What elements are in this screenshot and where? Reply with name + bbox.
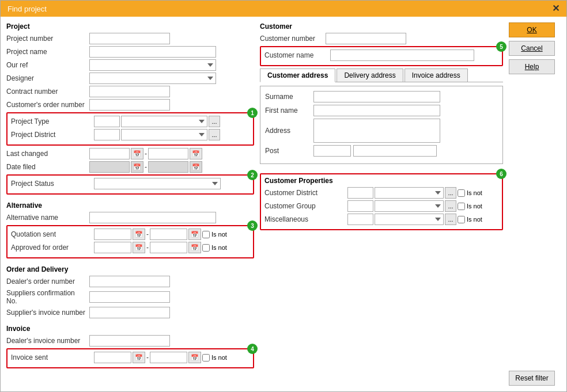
customer-group-code-input[interactable] <box>347 200 373 212</box>
customers-order-number-input[interactable] <box>89 99 170 111</box>
close-button[interactable]: ✕ <box>552 4 560 13</box>
approved-for-order-isnot-checkbox[interactable] <box>202 244 210 252</box>
date-filed-to-calendar[interactable]: 📅 <box>190 161 202 173</box>
miscellaneous-isnot-checkbox[interactable] <box>458 216 465 223</box>
contract-number-input[interactable] <box>89 86 170 97</box>
last-changed-from-calendar[interactable]: 📅 <box>131 148 143 159</box>
customer-district-code-input[interactable] <box>347 187 373 199</box>
customer-district-select[interactable] <box>375 187 444 199</box>
customer-properties-section: 6 Customer Properties Customer District … <box>260 173 503 233</box>
quotation-sent-to-calendar[interactable]: 📅 <box>188 229 201 240</box>
project-type-select[interactable] <box>121 116 207 127</box>
dealers-invoice-number-input[interactable] <box>89 335 170 347</box>
project-number-input[interactable] <box>89 33 170 44</box>
cancel-button[interactable]: Cancel <box>509 41 555 56</box>
address-label: Address <box>265 127 311 135</box>
customer-group-dots-button[interactable]: ... <box>445 200 456 212</box>
date-filed-label: Date filed <box>6 163 87 171</box>
alternative-name-row: Alternative name <box>6 212 254 223</box>
customer-group-isnot-label: Is not <box>458 203 482 210</box>
alternative-name-label: Alternative name <box>6 214 87 222</box>
project-number-row: Project number <box>6 33 254 44</box>
invoice-section: Invoice Dealer's invoice number 4 Invoic… <box>6 325 254 371</box>
contract-number-row: Contract number <box>6 86 254 97</box>
quotation-sent-from-calendar[interactable]: 📅 <box>133 229 145 240</box>
customer-name-row: Customer name <box>264 50 498 61</box>
quotation-sent-range: 📅 - 📅 Is not <box>94 229 227 240</box>
miscellaneous-code-input[interactable] <box>347 214 373 225</box>
first-name-input[interactable] <box>313 105 440 116</box>
project-district-select[interactable] <box>121 129 207 140</box>
surname-label: Surname <box>265 93 311 101</box>
reset-filter-button[interactable]: Reset filter <box>509 371 555 386</box>
quotation-sent-isnot-checkbox[interactable] <box>202 231 210 238</box>
project-status-select[interactable] <box>94 178 221 189</box>
invoice-sent-isnot-text: Is not <box>211 354 227 361</box>
post-city-input[interactable] <box>353 145 437 157</box>
customer-properties-group: 6 Customer Properties Customer District … <box>260 173 503 230</box>
last-changed-to-input[interactable] <box>148 148 188 159</box>
dealers-order-number-input[interactable] <box>89 276 170 287</box>
project-type-code-input[interactable] <box>94 116 120 127</box>
designer-select[interactable] <box>89 73 216 84</box>
approved-for-order-to-input[interactable] <box>150 242 187 253</box>
surname-input[interactable] <box>313 91 440 102</box>
tab-invoice-address[interactable]: Invoice address <box>405 68 468 82</box>
our-ref-select[interactable] <box>89 59 216 71</box>
invoice-sent-isnot-checkbox[interactable] <box>202 354 210 361</box>
help-button[interactable]: Help <box>509 59 555 74</box>
invoice-sent-to-calendar[interactable]: 📅 <box>188 352 201 363</box>
invoice-sent-isnot-label: Is not <box>202 354 227 361</box>
suppliers-invoice-input[interactable] <box>89 307 170 318</box>
alternative-section: Alternative Alternative name 3 Quotation… <box>6 201 254 261</box>
first-name-row: First name <box>265 105 498 116</box>
customer-district-dots-button[interactable]: ... <box>445 187 456 199</box>
project-district-label: Project District <box>11 131 92 139</box>
date-filed-to-input[interactable] <box>148 161 188 173</box>
customer-district-isnot-text: Is not <box>467 189 482 196</box>
tab-delivery-address[interactable]: Delivery address <box>337 68 403 82</box>
invoice-sent-from-calendar[interactable]: 📅 <box>133 352 145 363</box>
project-status-row: Project Status <box>11 178 250 189</box>
quotation-sent-from-input[interactable] <box>94 229 131 240</box>
address-input[interactable] <box>313 119 440 143</box>
customer-properties-title: Customer Properties <box>264 177 498 185</box>
quotation-sent-label: Quotation sent <box>11 230 92 238</box>
customer-number-input[interactable] <box>326 33 406 44</box>
approved-for-order-from-input[interactable] <box>94 242 131 253</box>
project-type-district-group: 1 Project Type ... Project District <box>6 112 254 146</box>
project-district-code-input[interactable] <box>94 129 120 140</box>
customer-district-isnot-checkbox[interactable] <box>458 189 465 197</box>
approved-for-order-from-calendar[interactable]: 📅 <box>133 242 145 253</box>
alternative-name-input[interactable] <box>89 212 216 223</box>
last-changed-from-input[interactable] <box>89 148 130 159</box>
quotation-sent-to-input[interactable] <box>150 229 187 240</box>
miscellaneous-select[interactable] <box>375 214 444 225</box>
customer-group-label: Customer Group <box>264 202 345 210</box>
project-number-label: Project number <box>6 35 87 43</box>
approved-for-order-to-calendar[interactable]: 📅 <box>188 242 201 253</box>
date-filed-from-input[interactable] <box>89 161 130 173</box>
project-district-dots-button[interactable]: ... <box>209 129 220 140</box>
designer-label: Designer <box>6 74 87 82</box>
project-name-input[interactable] <box>89 46 216 58</box>
alternative-section-title: Alternative <box>6 201 254 210</box>
ok-button[interactable]: OK <box>509 22 555 37</box>
project-name-row: Project name <box>6 46 254 58</box>
customer-name-input[interactable] <box>330 50 474 61</box>
customer-group-select[interactable] <box>375 200 444 212</box>
invoice-sent-to-input[interactable] <box>150 352 187 363</box>
date-filed-range: 📅 - 📅 <box>89 161 202 173</box>
designer-row: Designer <box>6 73 254 84</box>
post-code-input[interactable] <box>313 145 351 157</box>
project-type-dots-button[interactable]: ... <box>209 116 220 127</box>
date-filed-from-calendar[interactable]: 📅 <box>131 161 143 173</box>
invoice-sent-from-input[interactable] <box>94 352 131 363</box>
dealers-invoice-number-row: Dealer's invoice number <box>6 335 254 347</box>
miscellaneous-dots-button[interactable]: ... <box>445 214 456 225</box>
suppliers-confirmation-input[interactable] <box>89 291 170 303</box>
miscellaneous-row: Miscellaneous ... Is not <box>264 214 498 225</box>
tab-customer-address[interactable]: Customer address <box>260 68 335 82</box>
last-changed-to-calendar[interactable]: 📅 <box>190 148 202 159</box>
customer-group-isnot-checkbox[interactable] <box>458 203 465 210</box>
